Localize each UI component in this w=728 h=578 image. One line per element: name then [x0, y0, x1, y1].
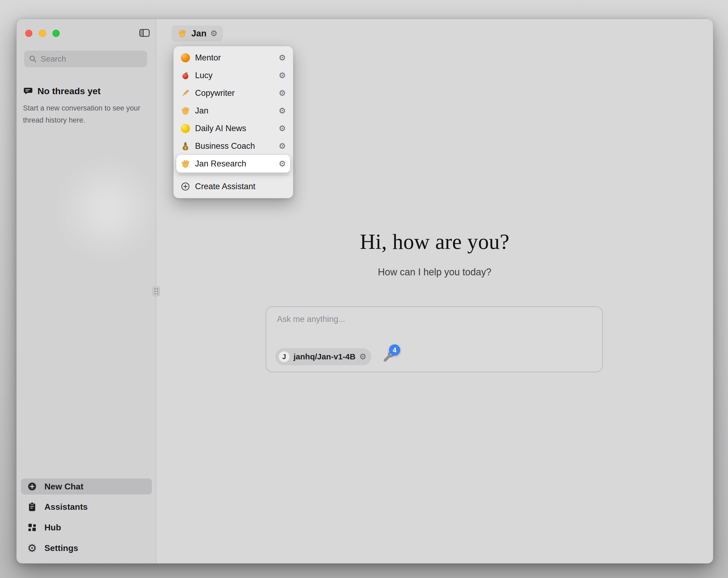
gear-icon: ⚙	[279, 142, 286, 150]
menu-item-settings-button[interactable]: ⚙	[277, 140, 288, 152]
gear-icon: ⚙	[279, 89, 286, 97]
sidebar-item-settings[interactable]: ⚙ Settings	[21, 540, 152, 556]
model-name: janhq/Jan-v1-4B	[293, 352, 356, 361]
plus-circle-outline-icon	[180, 181, 191, 192]
assistant-settings-icon[interactable]: ⚙	[210, 29, 217, 37]
empty-state-description: Start a new conversation to see your thr…	[23, 102, 141, 126]
money-bag-icon: $	[180, 141, 191, 151]
apple-icon	[180, 70, 191, 81]
menu-item-daily-ai-news[interactable]: Daily AI News ⚙	[176, 120, 290, 137]
menu-item-label: Lucy	[195, 71, 272, 80]
menu-item-settings-button[interactable]: ⚙	[277, 105, 288, 117]
sidebar-item-new-chat[interactable]: New Chat	[21, 478, 152, 495]
sidebar-item-assistants[interactable]: Assistants	[21, 499, 152, 515]
menu-item-business-coach[interactable]: $ Business Coach ⚙	[176, 137, 290, 155]
menu-item-lucy[interactable]: Lucy ⚙	[176, 67, 290, 84]
zoom-window-button[interactable]	[52, 30, 60, 37]
search-box	[24, 51, 147, 67]
gear-icon: ⚙	[279, 71, 286, 79]
model-avatar: J	[279, 351, 290, 362]
assistant-menu: Mentor ⚙	[173, 46, 293, 198]
yellow-circle-icon	[180, 123, 191, 134]
assistant-selector-label: Jan	[191, 28, 207, 39]
greeting-subtitle: How can I help you today?	[156, 267, 713, 278]
plus-circle-icon	[27, 481, 37, 492]
menu-item-label: Create Assistant	[195, 182, 288, 191]
wave-icon	[180, 105, 191, 116]
menu-separator	[178, 175, 289, 175]
model-selector[interactable]: J janhq/Jan-v1-4B ⚙	[275, 348, 371, 365]
search-icon	[29, 55, 37, 63]
pencil-icon	[180, 88, 191, 99]
gear-icon: ⚙	[279, 54, 286, 62]
menu-item-label: Jan Research	[195, 159, 272, 169]
orange-icon	[180, 52, 191, 63]
menu-item-mentor[interactable]: Mentor ⚙	[176, 49, 290, 67]
gear-icon: ⚙	[279, 107, 286, 115]
sidebar-item-label: Assistants	[45, 502, 88, 512]
menu-item-label: Jan	[195, 106, 272, 116]
menu-item-copywriter[interactable]: Copywriter ⚙	[176, 84, 290, 102]
sidebar-item-hub[interactable]: Hub	[21, 520, 152, 535]
assistants-icon	[27, 501, 37, 512]
menu-item-label: Mentor	[195, 53, 272, 62]
main-area: Jan ⚙ Mentor ⚙	[156, 19, 713, 563]
app-window: No threads yet Start a new conversation …	[16, 19, 713, 563]
greeting-title: Hi, how are you?	[156, 230, 713, 254]
menu-item-create-assistant[interactable]: Create Assistant	[176, 178, 290, 195]
sidebar-item-label: Hub	[45, 523, 61, 532]
composer-toolbar: J janhq/Jan-v1-4B ⚙ 4	[275, 348, 395, 365]
menu-item-settings-button[interactable]: ⚙	[277, 87, 288, 99]
minimize-window-button[interactable]	[39, 30, 46, 37]
model-settings-icon[interactable]: ⚙	[359, 353, 367, 361]
menu-item-label: Daily AI News	[195, 124, 272, 133]
menu-item-jan-research[interactable]: Jan Research ⚙	[176, 155, 290, 173]
tools-count-badge: 4	[389, 344, 400, 356]
settings-gear-icon: ⚙	[27, 543, 37, 553]
svg-text:$: $	[184, 146, 186, 150]
sidebar-toggle-icon	[139, 28, 150, 38]
menu-item-jan[interactable]: Jan ⚙	[176, 102, 290, 120]
wave-icon	[177, 28, 187, 39]
sidebar-item-label: Settings	[45, 543, 78, 553]
threads-empty-state: No threads yet Start a new conversation …	[23, 86, 149, 126]
composer-card: J janhq/Jan-v1-4B ⚙ 4	[266, 306, 603, 372]
tools-button[interactable]: 4	[382, 350, 395, 363]
wave-icon	[180, 158, 191, 169]
chat-input[interactable]	[277, 315, 592, 336]
gear-icon: ⚙	[279, 160, 286, 168]
chat-bubble-icon	[23, 86, 33, 96]
background-blob	[57, 158, 158, 260]
menu-item-settings-button[interactable]: ⚙	[277, 123, 288, 134]
menu-item-label: Business Coach	[195, 141, 272, 151]
sidebar-toggle-button[interactable]	[137, 26, 151, 40]
empty-state-title: No threads yet	[37, 86, 101, 96]
sidebar-resize-handle[interactable]	[153, 286, 160, 296]
sidebar: No threads yet Start a new conversation …	[17, 19, 156, 563]
close-window-button[interactable]	[25, 30, 32, 37]
gear-icon: ⚙	[279, 124, 286, 132]
menu-item-settings-button[interactable]: ⚙	[277, 70, 288, 81]
assistant-selector[interactable]: Jan ⚙	[172, 25, 223, 42]
menu-item-settings-button[interactable]: ⚙	[277, 158, 288, 170]
menu-item-settings-button[interactable]: ⚙	[277, 52, 288, 64]
search-input[interactable]	[41, 54, 144, 64]
menu-item-label: Copywriter	[195, 88, 272, 98]
traffic-lights	[25, 30, 60, 37]
sidebar-item-label: New Chat	[45, 482, 83, 492]
hub-icon	[27, 522, 37, 533]
